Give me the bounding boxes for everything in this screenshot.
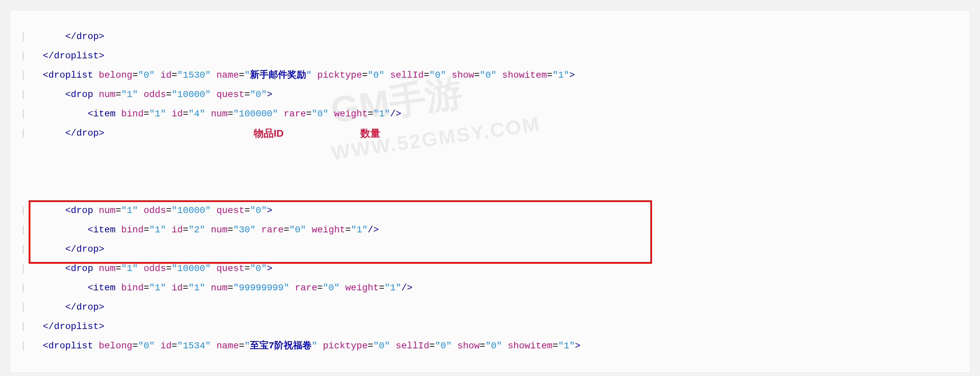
code-line-drop-close[interactable]: | </drop> 物品ID 数量 <box>20 124 960 201</box>
code-line-droplist-close[interactable]: | </droplist> <box>20 317 960 336</box>
code-line[interactable]: | </droplist> <box>20 46 960 66</box>
code-line-drop-open[interactable]: | <drop num="1" odds="10000" quest="0"> <box>20 201 960 220</box>
annotation-item-id: 物品ID <box>254 124 284 143</box>
code-line-item-highlighted[interactable]: | <item bind="1" id="1" num="99999999" r… <box>20 278 960 298</box>
code-line-drop-close[interactable]: | </drop> <box>20 240 960 259</box>
code-line-drop-close-highlighted[interactable]: | </drop> <box>20 298 960 317</box>
annotation-quantity: 数量 <box>360 124 380 143</box>
code-line-droplist-open[interactable]: | <droplist belong="0" id="1534" name="至… <box>20 336 960 356</box>
code-line-drop-open[interactable]: | <drop num="1" odds="10000" quest="0"> <box>20 85 960 104</box>
code-line-droplist-open[interactable]: | <droplist belong="0" id="1530" name="新… <box>20 66 960 85</box>
code-line-item[interactable]: | <item bind="1" id="4" num="100000" rar… <box>20 104 960 124</box>
code-line-drop-open-highlighted[interactable]: | <drop num="1" odds="10000" quest="0"> <box>20 259 960 278</box>
code-editor-view: GM手游 WWW.52GMSY.COM | </drop> | </dropli… <box>10 10 970 373</box>
code-line[interactable]: | </drop> <box>20 27 960 46</box>
code-line-item[interactable]: | <item bind="1" id="2" num="30" rare="0… <box>20 220 960 240</box>
